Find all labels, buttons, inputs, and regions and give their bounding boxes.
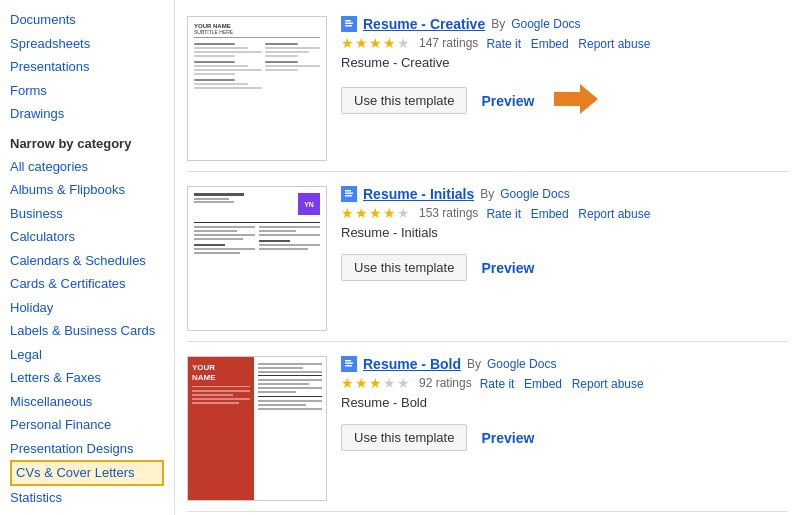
title-row: Resume - Creative By Google Docs (341, 16, 788, 32)
action-row: Use this template Preview (341, 424, 788, 451)
stars-display: ★★★★★ (341, 375, 411, 391)
category-letters-faxes[interactable]: Letters & Faxes (10, 366, 164, 390)
template-info-resume-bold: Resume - Bold By Google Docs ★★★★★ 92 ra… (341, 356, 788, 501)
by-text: By (491, 17, 505, 31)
preview-link[interactable]: Preview (481, 430, 534, 446)
sidebar: DocumentsSpreadsheetsPresentationsFormsD… (0, 0, 175, 515)
svg-rect-4 (554, 92, 582, 106)
doc-icon (341, 356, 357, 372)
preview-arrow-indicator (554, 84, 598, 117)
svg-rect-2 (345, 23, 353, 25)
author-link[interactable]: Google Docs (511, 17, 580, 31)
svg-rect-8 (345, 193, 353, 195)
template-thumbnail-resume-bold: YOUR NAME (187, 356, 327, 501)
author-link[interactable]: Google Docs (500, 187, 569, 201)
preview-link[interactable]: Preview (481, 93, 534, 109)
sidebar-item-documents[interactable]: Documents (10, 8, 164, 32)
svg-rect-11 (345, 360, 351, 362)
doc-icon (341, 186, 357, 202)
sidebar-item-forms[interactable]: Forms (10, 79, 164, 103)
title-row: Resume - Bold By Google Docs (341, 356, 788, 372)
template-title-link[interactable]: Resume - Bold (363, 356, 461, 372)
template-title-link[interactable]: Resume - Creative (363, 16, 485, 32)
rate-it-link[interactable]: Rate it (486, 207, 521, 221)
sidebar-item-drawings[interactable]: Drawings (10, 102, 164, 126)
svg-rect-7 (345, 190, 351, 192)
rating-count: 153 ratings (419, 206, 478, 220)
category-miscellaneous[interactable]: Miscellaneous (10, 390, 164, 414)
rating-count: 147 ratings (419, 36, 478, 50)
stars-display: ★★★★★ (341, 35, 411, 51)
rate-it-link[interactable]: Rate it (480, 377, 515, 391)
svg-marker-5 (580, 84, 598, 114)
preview-link[interactable]: Preview (481, 260, 534, 276)
stars-display: ★★★★★ (341, 205, 411, 221)
svg-rect-12 (345, 363, 353, 365)
sidebar-item-presentations[interactable]: Presentations (10, 55, 164, 79)
template-subtitle: Resume - Bold (341, 395, 788, 410)
category-calculators[interactable]: Calculators (10, 225, 164, 249)
category-cvs-cover-letters[interactable]: CVs & Cover Letters (10, 460, 164, 486)
rating-links: Rate it Embed Report abuse (480, 376, 650, 391)
svg-rect-13 (345, 365, 352, 367)
template-card-resume-bold: YOUR NAME (187, 346, 788, 512)
template-card-resume-initials: YN (187, 176, 788, 342)
category-albums-flipbooks[interactable]: Albums & Flipbooks (10, 178, 164, 202)
use-template-button[interactable]: Use this template (341, 254, 467, 281)
template-card-resume-creative: YOUR NAMESUBTITLE HERE (187, 6, 788, 172)
report-abuse-link[interactable]: Report abuse (578, 37, 650, 51)
template-thumbnail-resume-creative: YOUR NAMESUBTITLE HERE (187, 16, 327, 161)
category-legal[interactable]: Legal (10, 343, 164, 367)
page-layout: DocumentsSpreadsheetsPresentationsFormsD… (0, 0, 800, 515)
author-link[interactable]: Google Docs (487, 357, 556, 371)
rating-row: ★★★★★ 153 ratings Rate it Embed Report a… (341, 205, 788, 221)
category-calendars-schedules[interactable]: Calendars & Schedules (10, 249, 164, 273)
svg-rect-3 (345, 25, 352, 27)
category-personal-finance[interactable]: Personal Finance (10, 413, 164, 437)
sidebar-item-spreadsheets[interactable]: Spreadsheets (10, 32, 164, 56)
category-statistics[interactable]: Statistics (10, 486, 164, 510)
template-info-resume-creative: Resume - Creative By Google Docs ★★★★★ 1… (341, 16, 788, 161)
svg-rect-1 (345, 20, 351, 22)
category-cards-certificates[interactable]: Cards & Certificates (10, 272, 164, 296)
rating-row: ★★★★★ 92 ratings Rate it Embed Report ab… (341, 375, 788, 391)
by-text: By (480, 187, 494, 201)
category-holiday[interactable]: Holiday (10, 296, 164, 320)
use-template-button[interactable]: Use this template (341, 424, 467, 451)
sidebar-categories: All categoriesAlbums & FlipbooksBusiness… (10, 155, 164, 516)
embed-link[interactable]: Embed (524, 377, 562, 391)
template-subtitle: Resume - Initials (341, 225, 788, 240)
report-abuse-link[interactable]: Report abuse (578, 207, 650, 221)
doc-icon (341, 16, 357, 32)
narrow-by-category-header: Narrow by category (10, 136, 164, 151)
title-row: Resume - Initials By Google Docs (341, 186, 788, 202)
template-thumbnail-resume-initials: YN (187, 186, 327, 331)
by-text: By (467, 357, 481, 371)
category-business[interactable]: Business (10, 202, 164, 226)
rating-row: ★★★★★ 147 ratings Rate it Embed Report a… (341, 35, 788, 51)
category-all-categories[interactable]: All categories (10, 155, 164, 179)
sidebar-nav: DocumentsSpreadsheetsPresentationsFormsD… (10, 8, 164, 126)
category-presentation-designs[interactable]: Presentation Designs (10, 437, 164, 461)
main-content: YOUR NAMESUBTITLE HERE (175, 0, 800, 515)
template-title-link[interactable]: Resume - Initials (363, 186, 474, 202)
template-info-resume-initials: Resume - Initials By Google Docs ★★★★★ 1… (341, 186, 788, 331)
templates-list: YOUR NAMESUBTITLE HERE (187, 6, 788, 512)
rating-count: 92 ratings (419, 376, 472, 390)
action-row: Use this template Preview (341, 84, 788, 117)
embed-link[interactable]: Embed (531, 207, 569, 221)
rating-links: Rate it Embed Report abuse (486, 206, 656, 221)
rate-it-link[interactable]: Rate it (486, 37, 521, 51)
embed-link[interactable]: Embed (531, 37, 569, 51)
category-students-teachers[interactable]: Students & Teachers (10, 509, 164, 515)
report-abuse-link[interactable]: Report abuse (572, 377, 644, 391)
category-labels-business-cards[interactable]: Labels & Business Cards (10, 319, 164, 343)
rating-links: Rate it Embed Report abuse (486, 36, 656, 51)
svg-rect-9 (345, 195, 352, 197)
template-subtitle: Resume - Creative (341, 55, 788, 70)
action-row: Use this template Preview (341, 254, 788, 281)
use-template-button[interactable]: Use this template (341, 87, 467, 114)
